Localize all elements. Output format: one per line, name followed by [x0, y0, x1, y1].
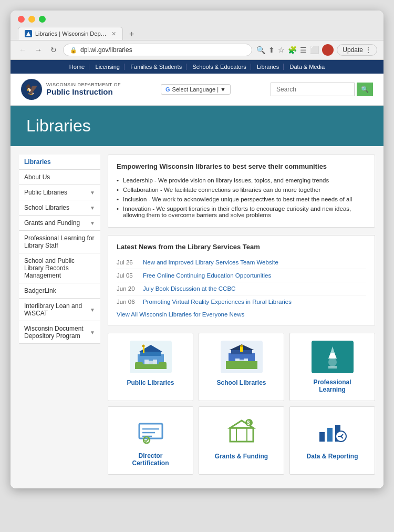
grants-funding-link[interactable]: Grants & Funding	[215, 453, 268, 460]
svg-rect-25	[328, 366, 337, 369]
news-item: Jul 05 Free Online Continuing Education …	[117, 269, 366, 282]
minimize-button[interactable]	[28, 16, 35, 23]
forward-button[interactable]: →	[33, 45, 44, 55]
school-libraries-icon	[221, 341, 263, 373]
card-data-reporting: Data & Reporting	[289, 406, 375, 475]
grants-funding-icon: $	[221, 414, 263, 447]
nav-licensing[interactable]: Licensing	[91, 64, 125, 70]
svg-rect-17	[226, 361, 257, 364]
news-link[interactable]: July Book Discussion at the CCBC	[143, 285, 235, 292]
director-certification-link[interactable]: DirectorCertification	[116, 452, 185, 467]
sidebar-item-records[interactable]: School and Public Library Records Manage…	[19, 253, 100, 283]
sidebar-label: Grants and Funding	[24, 219, 80, 227]
sidebar-item-professional[interactable]: Professional Learning for Library Staff	[19, 231, 100, 253]
view-all-news-link[interactable]: View All Wisconsin Libraries for Everyon…	[117, 311, 366, 318]
content-area: Empowering Wisconsin libraries to best s…	[108, 155, 375, 480]
back-button[interactable]: ←	[17, 45, 28, 55]
sidebar-label: BadgerLink	[24, 287, 56, 294]
svg-rect-33	[230, 428, 253, 442]
update-button[interactable]: Update ⋮	[337, 44, 377, 56]
sidebar-label: Public Libraries	[24, 189, 67, 196]
svg-point-20	[240, 345, 243, 347]
svg-rect-40	[327, 428, 333, 442]
svg-text:$: $	[247, 420, 250, 426]
sidebar-item-school-libraries[interactable]: School Libraries ▼	[19, 200, 100, 216]
url-text: dpi.wi.gov/libraries	[80, 46, 132, 54]
close-button[interactable]	[18, 16, 25, 23]
nav-families[interactable]: Families & Students	[126, 64, 186, 70]
svg-rect-3	[144, 360, 149, 365]
sidebar-item-badgerlink[interactable]: BadgerLink	[19, 283, 100, 299]
list-item: Innovation - We support libraries in the…	[117, 204, 366, 220]
nav-libraries[interactable]: Libraries	[253, 64, 284, 70]
page-title: Libraries	[26, 116, 368, 136]
search-icon[interactable]: 🔍	[256, 46, 265, 54]
news-date: Jul 26	[117, 259, 137, 265]
address-input[interactable]: 🔒 dpi.wi.gov/libraries	[63, 44, 252, 56]
site-header: WISCONSIN DEPARTMENT OF Public Instructi…	[11, 74, 383, 106]
nav-home[interactable]: Home	[65, 64, 89, 70]
fullscreen-icon[interactable]: ⬜	[310, 46, 319, 54]
news-link[interactable]: Free Online Continuing Education Opportu…	[143, 272, 271, 279]
news-date: Jul 05	[117, 272, 137, 279]
sidebar-item-libraries[interactable]: Libraries	[19, 155, 100, 170]
news-item: Jun 06 Promoting Virtual Reality Experie…	[117, 295, 366, 308]
svg-rect-8	[135, 364, 167, 369]
top-navigation: Home Licensing Families & Students Schoo…	[11, 60, 383, 74]
list-item: Inclusion - We work to acknowledge uniqu…	[117, 195, 366, 204]
list-item: Leadership - We provide vision on librar…	[117, 176, 366, 185]
chevron-down-icon: ▼	[90, 205, 95, 211]
browser-tab[interactable]: Libraries | Wisconsin Departm... ✕	[18, 27, 123, 40]
sidebar-item-interlibrary[interactable]: Interlibrary Loan and WiSCAT ▼	[19, 299, 100, 321]
sidebar-label: School and Public Library Records Manage…	[24, 257, 95, 279]
sidebar-item-public-libraries[interactable]: Public Libraries ▼	[19, 185, 100, 200]
tab-title: Libraries | Wisconsin Departm...	[35, 30, 108, 37]
professional-learning-link[interactable]: ProfessionalLearning	[297, 378, 367, 393]
svg-rect-18	[226, 364, 257, 369]
chevron-down-icon: ▼	[90, 330, 95, 335]
new-tab-button[interactable]: +	[125, 28, 138, 40]
data-reporting-link[interactable]: Data & Reporting	[306, 453, 358, 460]
news-link[interactable]: New and Improved Library Services Team W…	[143, 259, 278, 265]
logo-area: WISCONSIN DEPARTMENT OF Public Instructi…	[21, 79, 121, 100]
sidebar-label: About Us	[24, 173, 50, 181]
update-chevron: ⋮	[365, 46, 371, 54]
news-date: Jun 06	[117, 299, 137, 305]
tabs-bar: Libraries | Wisconsin Departm... ✕ +	[18, 27, 376, 40]
page-content: Home Licensing Families & Students Schoo…	[11, 60, 383, 488]
extensions-icon[interactable]: 🧩	[288, 46, 297, 54]
nav-data-media[interactable]: Data & Media	[286, 64, 329, 70]
card-public-libraries: Public Libraries	[108, 333, 193, 401]
address-bar: ← → ↻ 🔒 dpi.wi.gov/libraries 🔍 ⬆ ☆ 🧩 ☰ ⬜…	[11, 40, 383, 60]
lock-icon: 🔒	[70, 47, 77, 54]
reload-button[interactable]: ↻	[48, 45, 59, 55]
nav-schools[interactable]: Schools & Educators	[189, 64, 251, 70]
cards-grid: Public Libraries	[108, 333, 375, 475]
public-libraries-link[interactable]: Public Libraries	[127, 379, 174, 386]
info-heading: Empowering Wisconsin libraries to best s…	[117, 162, 366, 170]
search-input[interactable]	[271, 83, 355, 96]
sidebar: Libraries About Us Public Libraries ▼ Sc…	[19, 155, 100, 480]
info-box: Empowering Wisconsin libraries to best s…	[108, 155, 375, 228]
news-date: Jun 20	[117, 285, 137, 292]
school-libraries-link[interactable]: School Libraries	[216, 379, 266, 386]
search-button[interactable]: 🔍	[357, 83, 373, 96]
card-professional-learning: ProfessionalLearning	[289, 333, 375, 401]
sidebar-item-about[interactable]: About Us	[19, 170, 100, 185]
maximize-button[interactable]	[39, 16, 46, 23]
tab-close-icon[interactable]: ✕	[111, 30, 116, 37]
sidebar-item-grants[interactable]: Grants and Funding ▼	[19, 216, 100, 231]
hero-section: Libraries	[11, 106, 383, 146]
news-link[interactable]: Promoting Virtual Reality Experiences in…	[143, 299, 292, 305]
sidebar-label: Interlibrary Loan and WiSCAT	[24, 302, 90, 317]
bookmark-icon[interactable]: ☆	[278, 46, 285, 54]
sidebar-item-depository[interactable]: Wisconsin Document Depository Program ▼	[19, 321, 100, 344]
translate-button[interactable]: G Select Language | ▼	[161, 84, 231, 95]
user-avatar[interactable]	[322, 44, 334, 56]
update-label: Update	[343, 46, 363, 54]
public-libraries-icon	[130, 341, 172, 373]
menu-icon[interactable]: ☰	[300, 46, 307, 54]
search-area: 🔍	[271, 83, 373, 96]
news-item: Jun 20 July Book Discussion at the CCBC	[117, 282, 366, 295]
upload-icon[interactable]: ⬆	[268, 46, 275, 54]
